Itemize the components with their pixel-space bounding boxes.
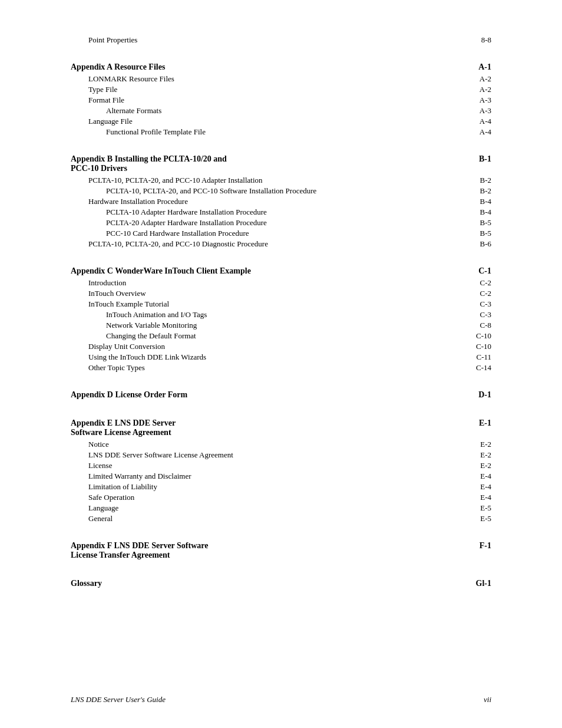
toc-item: PCLTA-10 Adapter Hardware Installation P… (71, 207, 491, 217)
toc-item: Network Variable MonitoringC-8 (71, 321, 491, 330)
toc-heading: GlossaryGl-1 (71, 579, 491, 588)
toc-item: Other Topic TypesC-14 (71, 363, 491, 373)
item-text: PCLTA-10 Adapter Hardware Installation P… (71, 207, 474, 217)
footer-page: vii (484, 695, 491, 704)
toc-item: Language FileA-4 (71, 117, 491, 126)
item-text: InTouch Overview (71, 289, 474, 298)
item-text: Language (71, 503, 474, 513)
item-page: A-4 (480, 117, 491, 126)
item-text: Safe Operation (71, 493, 474, 502)
page: Point Properties8-8Appendix A Resource F… (0, 0, 562, 728)
item-page: E-2 (480, 450, 491, 460)
toc-item: InTouch OverviewC-2 (71, 289, 491, 298)
item-text: Hardware Installation Procedure (71, 197, 474, 206)
item-text: Point Properties (71, 35, 475, 45)
item-text: PCLTA-10, PCLTA-20, and PCC-10 Diagnosti… (71, 239, 474, 249)
toc-item: InTouch Animation and I/O TagsC-3 (71, 310, 491, 319)
footer: LNS DDE Server User's Guide vii (71, 695, 491, 704)
heading-text: Appendix D License Order Form (71, 390, 472, 400)
item-text: Format File (71, 95, 474, 105)
toc-item: Changing the Default FormatC-10 (71, 331, 491, 341)
heading-page: A-1 (478, 62, 491, 72)
heading-text: Appendix A Resource Files (71, 62, 472, 72)
toc-item: PCLTA-10, PCLTA-20, and PCC-10 Adapter I… (71, 176, 491, 185)
heading-text: Appendix B Installing the PCLTA-10/20 an… (71, 154, 473, 173)
toc-item: Using the InTouch DDE Link WizardsC-11 (71, 353, 491, 362)
heading-page: F-1 (480, 541, 491, 551)
toc-item: Point Properties8-8 (71, 35, 491, 45)
item-page: A-3 (480, 95, 491, 105)
toc-item: LNS DDE Server Software License Agreemen… (71, 450, 491, 460)
toc-item: Limitation of LiabilityE-4 (71, 482, 491, 492)
item-text: Functional Profile Template File (71, 127, 474, 137)
toc-item: Alternate FormatsA-3 (71, 106, 491, 116)
toc-item: Format FileA-3 (71, 95, 491, 105)
item-page: B-4 (480, 207, 492, 217)
item-page: B-5 (480, 229, 492, 238)
item-text: General (71, 514, 474, 523)
item-text: LNS DDE Server Software License Agreemen… (71, 450, 474, 460)
item-page: C-3 (480, 299, 492, 309)
item-text: Network Variable Monitoring (71, 321, 474, 330)
toc-item: PCC-10 Card Hardware Installation Proced… (71, 229, 491, 238)
item-page: A-2 (480, 74, 491, 84)
item-text: PCC-10 Card Hardware Installation Proced… (71, 229, 474, 238)
toc-heading: Appendix C WonderWare InTouch Client Exa… (71, 266, 491, 276)
item-page: E-5 (480, 503, 491, 513)
toc-item: Type FileA-2 (71, 85, 491, 94)
item-page: B-2 (480, 186, 492, 196)
toc-item: LicenseE-2 (71, 461, 491, 470)
heading-text: Appendix E LNS DDE ServerSoftware Licens… (71, 419, 473, 437)
toc-heading: Appendix E LNS DDE ServerSoftware Licens… (71, 419, 491, 437)
item-page: C-10 (476, 331, 491, 341)
toc-heading: Appendix D License Order FormD-1 (71, 390, 491, 400)
item-text: Language File (71, 117, 474, 126)
item-text: PCLTA-10, PCLTA-20, and PCC-10 Adapter I… (71, 176, 474, 185)
item-text: Display Unit Conversion (71, 342, 470, 351)
toc-item: PCLTA-10, PCLTA-20, and PCC-10 Software … (71, 186, 491, 196)
item-text: Alternate Formats (71, 106, 474, 116)
item-page: A-4 (480, 127, 491, 137)
heading-text: Appendix C WonderWare InTouch Client Exa… (71, 266, 472, 276)
item-page: C-2 (480, 289, 492, 298)
item-text: LONMARK Resource Files (71, 74, 474, 84)
item-page: C-2 (480, 278, 492, 288)
heading-page: D-1 (478, 390, 491, 400)
toc-item: GeneralE-5 (71, 514, 491, 523)
item-page: C-8 (480, 321, 492, 330)
toc-heading: Appendix A Resource FilesA-1 (71, 62, 491, 72)
item-page: C-11 (476, 353, 491, 362)
item-text: PCLTA-10, PCLTA-20, and PCC-10 Software … (71, 186, 474, 196)
item-text: Changing the Default Format (71, 331, 470, 341)
item-text: Limited Warranty and Disclaimer (71, 472, 474, 481)
footer-title: LNS DDE Server User's Guide (71, 695, 166, 704)
item-text: Notice (71, 440, 474, 449)
toc-heading: Appendix F LNS DDE Server SoftwareLicens… (71, 541, 491, 560)
toc-item: InTouch Example TutorialC-3 (71, 299, 491, 309)
toc-heading: Appendix B Installing the PCLTA-10/20 an… (71, 154, 491, 173)
toc-item: Hardware Installation ProcedureB-4 (71, 197, 491, 206)
item-page: E-5 (480, 514, 491, 523)
heading-page: B-1 (479, 154, 491, 164)
item-page: C-14 (476, 363, 491, 373)
toc-item: Safe OperationE-4 (71, 493, 491, 502)
item-text: Type File (71, 85, 474, 94)
item-page: E-2 (480, 461, 491, 470)
item-page: E-4 (480, 493, 491, 502)
item-page: B-4 (480, 197, 492, 206)
item-text: License (71, 461, 474, 470)
heading-page: C-1 (478, 266, 491, 276)
heading-page: Gl-1 (476, 579, 491, 588)
item-text: InTouch Example Tutorial (71, 299, 474, 309)
item-page: A-2 (480, 85, 491, 94)
toc-item: LanguageE-5 (71, 503, 491, 513)
toc-item: PCLTA-10, PCLTA-20, and PCC-10 Diagnosti… (71, 239, 491, 249)
toc-item: NoticeE-2 (71, 440, 491, 449)
heading-text: Glossary (71, 579, 470, 588)
item-page: B-5 (480, 218, 492, 228)
item-page: B-6 (480, 239, 492, 249)
toc-item: Functional Profile Template FileA-4 (71, 127, 491, 137)
toc-item: IntroductionC-2 (71, 278, 491, 288)
item-page: E-4 (480, 482, 491, 492)
item-page: E-4 (480, 472, 491, 481)
